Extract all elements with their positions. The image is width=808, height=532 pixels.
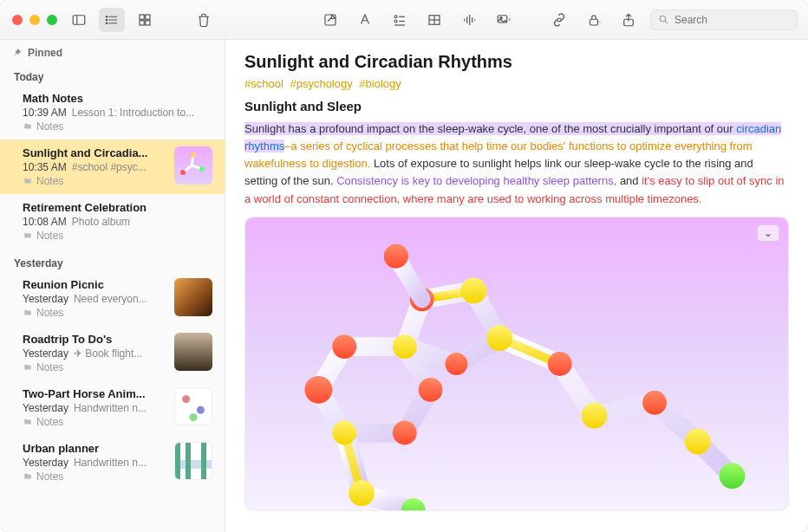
svg-point-50 bbox=[642, 391, 667, 415]
share-button[interactable] bbox=[616, 8, 642, 32]
note-paragraph: Sunlight has a profound impact on the sl… bbox=[244, 120, 789, 208]
tag[interactable]: #school bbox=[244, 77, 283, 90]
pinned-label: Pinned bbox=[28, 47, 62, 59]
note-thumbnail bbox=[174, 333, 212, 371]
svg-point-48 bbox=[548, 352, 572, 376]
svg-point-36 bbox=[199, 166, 205, 172]
svg-point-47 bbox=[445, 353, 467, 375]
close-window-button[interactable] bbox=[12, 15, 23, 25]
delete-note-button[interactable] bbox=[191, 8, 217, 32]
svg-point-51 bbox=[685, 428, 711, 454]
audio-button[interactable] bbox=[456, 8, 482, 32]
svg-rect-28 bbox=[590, 19, 598, 25]
note-tags: #school #psychology #biology bbox=[244, 77, 789, 90]
fullscreen-window-button[interactable] bbox=[47, 15, 57, 25]
media-button[interactable] bbox=[491, 8, 517, 32]
note-thumbnail bbox=[174, 442, 212, 480]
notes-sidebar: Pinned Today Math Notes 10:39 AMLesson 1… bbox=[0, 40, 225, 532]
lock-button[interactable] bbox=[581, 8, 607, 32]
svg-point-37 bbox=[191, 152, 196, 158]
note-heading: Sunlight and Circadian Rhythms bbox=[244, 52, 789, 72]
note-thumbnail bbox=[174, 146, 212, 185]
svg-line-31 bbox=[665, 21, 668, 23]
svg-rect-0 bbox=[73, 15, 85, 24]
svg-point-45 bbox=[460, 277, 486, 303]
folder-icon bbox=[23, 418, 33, 426]
folder-icon bbox=[23, 231, 33, 240]
note-list-item[interactable]: Two-Part Horse Anim... YesterdayHandwrit… bbox=[0, 380, 225, 435]
note-editor[interactable]: Sunlight and Circadian Rhythms #school #… bbox=[225, 40, 808, 532]
link-button[interactable] bbox=[546, 8, 572, 32]
folder-icon bbox=[23, 472, 33, 481]
pin-icon bbox=[12, 48, 23, 58]
svg-point-40 bbox=[393, 334, 417, 359]
note-list-item[interactable]: Retirement Celebration 10:08 AMPhoto alb… bbox=[0, 194, 225, 249]
note-folder: Notes bbox=[23, 120, 212, 133]
svg-point-38 bbox=[304, 376, 332, 404]
note-title: Math Notes bbox=[23, 92, 212, 105]
search-input[interactable] bbox=[674, 14, 787, 26]
tag[interactable]: #psychology bbox=[290, 77, 352, 90]
today-section-header: Today bbox=[0, 62, 225, 85]
minimize-window-button[interactable] bbox=[29, 15, 40, 25]
svg-point-49 bbox=[582, 402, 608, 428]
note-folder: Notes bbox=[23, 230, 212, 242]
checklist-button[interactable] bbox=[387, 8, 413, 32]
note-image: ⌄ bbox=[244, 217, 789, 511]
folder-icon bbox=[23, 363, 33, 372]
yesterday-section-header: Yesterday bbox=[0, 249, 225, 271]
search-field[interactable] bbox=[650, 10, 798, 30]
svg-point-42 bbox=[393, 420, 417, 444]
note-title: Retirement Celebration bbox=[23, 201, 212, 214]
svg-point-15 bbox=[394, 20, 397, 23]
molecule-illustration bbox=[245, 217, 788, 510]
svg-point-13 bbox=[394, 15, 397, 17]
svg-point-53 bbox=[349, 480, 375, 506]
table-button[interactable] bbox=[421, 8, 447, 32]
tag[interactable]: #biology bbox=[359, 77, 401, 90]
list-view-button[interactable] bbox=[99, 8, 125, 32]
note-thumbnail bbox=[174, 387, 212, 425]
svg-point-6 bbox=[106, 19, 108, 21]
new-note-button[interactable] bbox=[317, 8, 343, 32]
svg-rect-9 bbox=[146, 15, 150, 19]
svg-point-30 bbox=[660, 16, 666, 22]
gallery-view-button[interactable] bbox=[132, 8, 158, 32]
svg-rect-8 bbox=[140, 15, 144, 19]
folder-icon bbox=[23, 177, 33, 185]
note-list-item[interactable]: Roadtrip To Do's Yesterday✈︎ Book flight… bbox=[0, 326, 225, 380]
window-controls bbox=[0, 15, 61, 25]
svg-point-5 bbox=[106, 16, 108, 17]
format-text-button[interactable] bbox=[352, 8, 378, 32]
app-window: Pinned Today Math Notes 10:39 AMLesson 1… bbox=[0, 0, 808, 532]
image-menu-button[interactable]: ⌄ bbox=[757, 224, 779, 242]
svg-point-46 bbox=[486, 325, 512, 351]
note-title: Sunlight and Circadia... bbox=[23, 146, 167, 159]
svg-point-41 bbox=[419, 378, 443, 402]
note-list-item[interactable]: Math Notes 10:39 AMLesson 1: Introductio… bbox=[0, 85, 225, 139]
svg-point-52 bbox=[720, 463, 746, 489]
svg-point-43 bbox=[332, 420, 356, 444]
search-icon bbox=[658, 14, 669, 25]
svg-rect-12 bbox=[325, 15, 336, 25]
toggle-sidebar-button[interactable] bbox=[66, 8, 92, 32]
folder-icon bbox=[23, 122, 33, 131]
folder-icon bbox=[23, 308, 33, 317]
note-subheading: Sunlight and Sleep bbox=[244, 99, 789, 114]
svg-point-56 bbox=[384, 244, 408, 269]
svg-rect-10 bbox=[140, 20, 144, 24]
svg-point-7 bbox=[106, 23, 108, 24]
note-list-item[interactable]: Reunion Picnic YesterdayNeed everyon... … bbox=[0, 271, 225, 326]
toolbar bbox=[0, 0, 808, 40]
pinned-section-header: Pinned bbox=[0, 40, 225, 62]
note-list-item[interactable]: Sunlight and Circadia... 10:35 AM#school… bbox=[0, 139, 225, 194]
svg-rect-11 bbox=[146, 20, 150, 24]
svg-point-39 bbox=[332, 334, 356, 359]
note-thumbnail bbox=[174, 278, 212, 316]
note-list-item[interactable]: Urban planner YesterdayHandwritten n... … bbox=[0, 435, 225, 490]
svg-point-35 bbox=[180, 170, 186, 175]
note-folder: Notes bbox=[23, 175, 167, 187]
